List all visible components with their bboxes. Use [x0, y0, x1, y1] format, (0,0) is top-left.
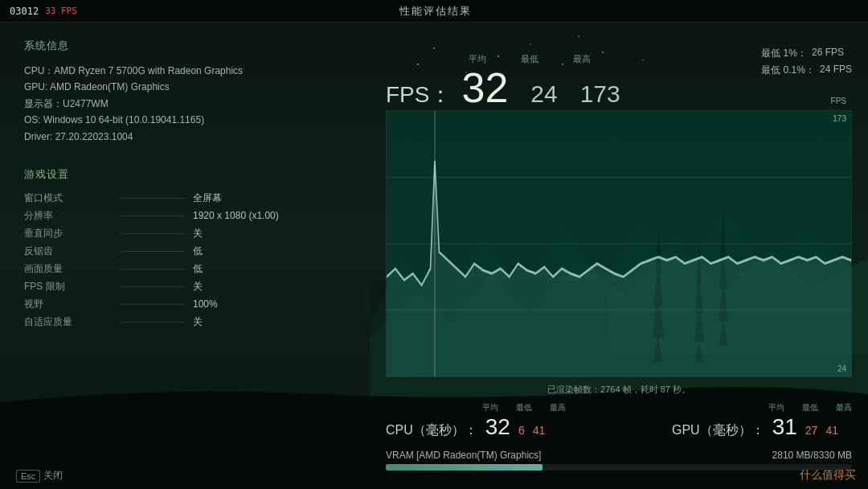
cpu-max: 41 [533, 424, 546, 437]
vram-bar-bg [386, 464, 852, 471]
settings-separator [121, 269, 185, 269]
settings-row: 自适应质量 关 [24, 315, 346, 329]
game-settings-section: 游戏设置 窗口模式 全屏幕 分辨率 1920 x 1080 (x1.00) 垂直… [24, 167, 346, 329]
header-left: 03012 33 FPS [10, 6, 77, 17]
cpu-col-avg: 平均 [482, 402, 498, 413]
vram-value: 2810 MB/8330 MB [772, 450, 852, 461]
fps-label: FPS： [386, 80, 452, 110]
settings-separator [121, 286, 185, 287]
left-panel: 系统信息 CPU：AMD Ryzen 7 5700G with Radeon G… [0, 23, 370, 489]
gpu-info: GPU: AMD Radeon(TM) Graphics [24, 79, 346, 95]
settings-value: 关 [193, 227, 203, 240]
watermark: 什么值得买 [800, 468, 856, 483]
fps-col-avg: 平均 [465, 53, 489, 65]
right-panel: FPS： 平均 最低 最高 FPS： 32 24 173 [370, 23, 868, 489]
fps-col-max: 最高 [570, 53, 594, 65]
settings-label: 画面质量 [24, 262, 113, 276]
vram-header: VRAM [AMD Radeon(TM) Graphics] 2810 MB/8… [386, 450, 852, 461]
settings-row: 反锯齿 低 [24, 244, 346, 258]
settings-separator [121, 216, 185, 216]
bottom-bar: Esc 关闭 [16, 469, 63, 483]
settings-row: 窗口模式 全屏幕 [24, 191, 346, 205]
timing-row: 平均 最低 最高 CPU（毫秒）： 32 6 41 平均 最低 最高 [386, 402, 852, 440]
gpu-col-avg: 平均 [768, 402, 784, 413]
graph-caption: 已渲染帧数：2764 帧，耗时 87 秒。 [386, 384, 852, 396]
vram-bar-fill [386, 464, 542, 471]
settings-row: 视野 100% [24, 298, 346, 311]
driver-info: Driver: 27.20.22023.1004 [24, 129, 346, 145]
fps-right-stats: 最低 1%： 26 FPS 最低 0.1%： 24 FPS [761, 47, 852, 77]
settings-separator [121, 233, 185, 234]
fps-graph: FPS 173 24 [386, 110, 852, 377]
gpu-col-min: 最低 [802, 402, 818, 413]
close-label: 关闭 [43, 469, 63, 483]
os-info: OS: Windows 10 64-bit (10.0.19041.1165) [24, 112, 346, 128]
fps-top-row: FPS： 平均 最低 最高 FPS： 32 24 173 [386, 35, 852, 110]
settings-value: 低 [193, 262, 203, 276]
cpu-col-min: 最低 [516, 402, 532, 413]
low1-label: 最低 1%： [761, 47, 807, 60]
fps-main-section: FPS： 平均 最低 最高 FPS： 32 24 173 [386, 35, 620, 110]
header-bar: 03012 33 FPS 性能评估结果 [0, 0, 868, 23]
esc-key[interactable]: Esc [16, 470, 40, 483]
cpu-info: CPU：AMD Ryzen 7 5700G with Radeon Graphi… [24, 63, 346, 79]
settings-table: 窗口模式 全屏幕 分辨率 1920 x 1080 (x1.00) 垂直同步 关 … [24, 191, 346, 329]
settings-value: 100% [193, 298, 218, 310]
low1-value: 26 FPS [812, 47, 844, 60]
vram-title: VRAM [AMD Radeon(TM) Graphics] [386, 450, 541, 461]
game-settings-title: 游戏设置 [24, 167, 346, 182]
settings-label: 视野 [24, 298, 113, 311]
system-info-title: 系统信息 [24, 39, 346, 53]
page-title: 性能评估结果 [399, 4, 472, 18]
fps-min: 24 [530, 82, 557, 106]
gpu-max: 41 [825, 424, 838, 437]
settings-value: 全屏幕 [193, 191, 222, 205]
settings-separator [121, 304, 185, 305]
header-fps: 33 FPS [45, 6, 77, 16]
settings-separator [121, 251, 185, 252]
gpu-label: GPU（毫秒）： [672, 422, 764, 439]
system-info-section: 系统信息 CPU：AMD Ryzen 7 5700G with Radeon G… [24, 39, 346, 145]
settings-value: 关 [193, 280, 203, 294]
graph-svg [387, 111, 851, 376]
settings-label: 自适应质量 [24, 315, 113, 329]
settings-value: 1920 x 1080 (x1.00) [193, 210, 279, 221]
fps-col-min: 最低 [518, 53, 542, 65]
gpu-timing: 平均 最低 最高 GPU（毫秒）： 31 27 41 [672, 402, 852, 440]
settings-value: 关 [193, 315, 203, 329]
settings-row: 分辨率 1920 x 1080 (x1.00) [24, 209, 346, 223]
settings-label: 分辨率 [24, 209, 113, 223]
header-time: 03012 [10, 6, 39, 17]
settings-label: 垂直同步 [24, 227, 113, 240]
gpu-avg: 31 [772, 414, 797, 440]
fps-max: 173 [580, 82, 620, 106]
gpu-col-max: 最高 [836, 402, 852, 413]
settings-row: FPS 限制 关 [24, 280, 346, 294]
cpu-label: CPU（毫秒）： [386, 422, 477, 439]
cpu-col-max: 最高 [550, 402, 566, 413]
graph-fps-label: FPS [831, 97, 846, 105]
graph-max-label: 173 [833, 114, 846, 123]
low01-label: 最低 0.1%： [761, 64, 815, 77]
cpu-timing: 平均 最低 最高 CPU（毫秒）： 32 6 41 [386, 402, 566, 440]
vram-section: VRAM [AMD Radeon(TM) Graphics] 2810 MB/8… [386, 450, 852, 471]
settings-label: 反锯齿 [24, 244, 113, 258]
settings-row: 画面质量 低 [24, 262, 346, 276]
fps-avg: 32 [461, 67, 508, 109]
settings-row: 垂直同步 关 [24, 227, 346, 240]
settings-value: 低 [193, 244, 203, 258]
settings-label: 窗口模式 [24, 191, 113, 205]
cpu-min: 6 [518, 424, 525, 437]
settings-separator [121, 322, 185, 323]
graph-min-label: 24 [837, 364, 846, 373]
cpu-avg: 32 [485, 414, 510, 440]
main-content: 系统信息 CPU：AMD Ryzen 7 5700G with Radeon G… [0, 23, 868, 489]
display-info: 显示器：U2477WM [24, 96, 346, 112]
settings-separator [121, 198, 185, 199]
low01-value: 24 FPS [820, 64, 852, 77]
gpu-min: 27 [805, 424, 818, 437]
settings-label: FPS 限制 [24, 280, 113, 294]
